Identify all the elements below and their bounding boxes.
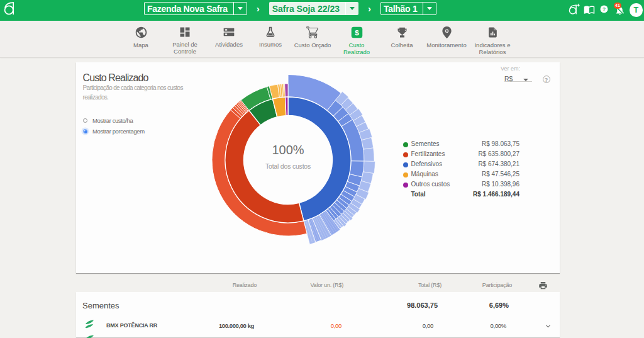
svg-text:?: ?: [602, 6, 606, 12]
svg-text:$: $: [355, 28, 359, 37]
